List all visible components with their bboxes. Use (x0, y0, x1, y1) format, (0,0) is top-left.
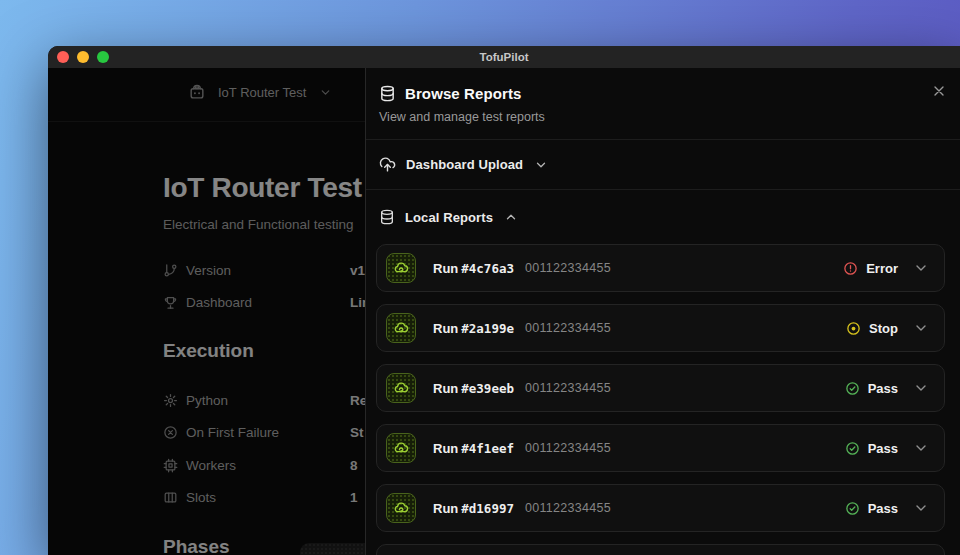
section-local-reports[interactable]: Local Reports (366, 190, 960, 244)
window-titlebar[interactable]: TofuPilot (48, 46, 960, 68)
run-row[interactable]: Run#4f1eef 001122334455 Pass (376, 424, 945, 472)
close-icon[interactable] (931, 83, 947, 99)
drawer-header: Browse Reports View and manage test repo… (366, 68, 960, 140)
run-row-partial[interactable] (376, 544, 945, 555)
run-serial: 001122334455 (525, 381, 611, 395)
run-row[interactable]: Run#d16997 001122334455 Pass (376, 484, 945, 532)
error-icon (843, 261, 858, 276)
minimize-window-button[interactable] (77, 51, 89, 63)
chevron-down-icon (534, 158, 548, 172)
run-row[interactable]: Run#2a199e 001122334455 Stop (376, 304, 945, 352)
chevron-down-icon[interactable] (913, 320, 929, 336)
traffic-lights (57, 51, 109, 63)
run-row[interactable]: Run#4c76a3 001122334455 Error (376, 244, 945, 292)
run-title: Run#e39eeb (433, 379, 514, 397)
run-title: Run#4c76a3 (433, 259, 514, 277)
pass-icon (845, 381, 860, 396)
run-serial: 001122334455 (525, 261, 611, 275)
run-serial: 001122334455 (525, 501, 611, 515)
stop-icon (846, 321, 861, 336)
run-status: Error (843, 260, 929, 276)
chevron-down-icon[interactable] (913, 380, 929, 396)
cloud-sync-icon (386, 493, 416, 523)
section-label: Local Reports (405, 210, 493, 225)
status-label: Pass (868, 381, 898, 396)
status-label: Stop (869, 321, 898, 336)
database-icon (379, 209, 395, 225)
zoom-window-button[interactable] (97, 51, 109, 63)
chevron-down-icon[interactable] (913, 500, 929, 516)
chevron-up-icon (504, 210, 518, 224)
drawer-subtitle: View and manage test reports (379, 110, 944, 124)
window-title: TofuPilot (480, 51, 529, 63)
database-icon (379, 85, 396, 102)
section-label: Dashboard Upload (406, 157, 523, 172)
cloud-sync-icon (386, 313, 416, 343)
run-title: Run#2a199e (433, 319, 514, 337)
browse-reports-drawer: Browse Reports View and manage test repo… (365, 68, 960, 555)
run-status: Pass (845, 500, 929, 516)
run-status: Pass (845, 380, 929, 396)
section-dashboard-upload[interactable]: Dashboard Upload (366, 140, 960, 190)
run-row[interactable]: Run#e39eeb 001122334455 Pass (376, 364, 945, 412)
run-title: Run#d16997 (433, 499, 514, 517)
status-label: Pass (868, 501, 898, 516)
run-serial: 001122334455 (525, 321, 611, 335)
run-serial: 001122334455 (525, 441, 611, 455)
run-status: Pass (845, 440, 929, 456)
cloud-sync-icon (386, 373, 416, 403)
run-status: Stop (846, 320, 929, 336)
pass-icon (845, 441, 860, 456)
chevron-down-icon[interactable] (913, 440, 929, 456)
chevron-down-icon[interactable] (913, 260, 929, 276)
cloud-upload-icon (379, 156, 396, 173)
app-window: TofuPilot IoT Rout (48, 46, 960, 555)
cloud-sync-icon (386, 253, 416, 283)
pass-icon (845, 501, 860, 516)
status-label: Pass (868, 441, 898, 456)
desktop-background: TofuPilot IoT Rout (0, 0, 960, 555)
run-title: Run#4f1eef (433, 439, 514, 457)
status-label: Error (866, 261, 898, 276)
app-body: IoT Router Test IoT Router Test Electric… (48, 68, 960, 555)
run-list: Run#4c76a3 001122334455 Error Run#2a199 (366, 244, 960, 555)
close-window-button[interactable] (57, 51, 69, 63)
drawer-title: Browse Reports (405, 85, 521, 102)
cloud-sync-icon (386, 433, 416, 463)
